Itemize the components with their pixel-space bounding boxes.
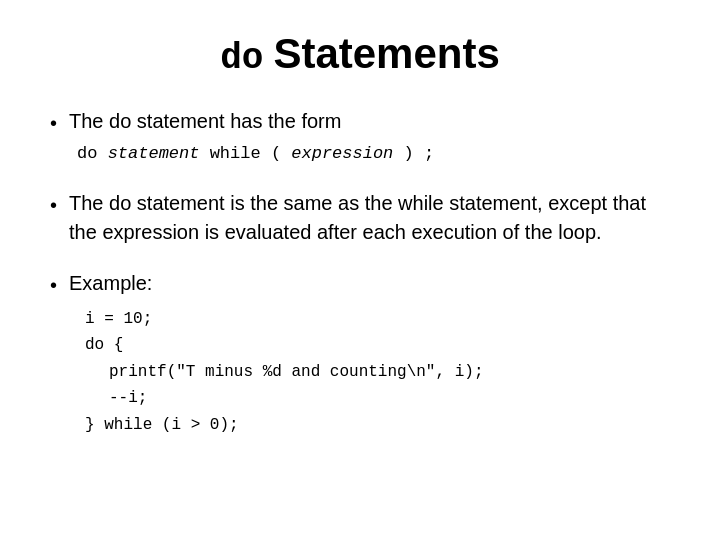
code-line-2: do { <box>85 332 670 358</box>
code-paren-close: ) ; <box>404 144 435 163</box>
bullet-content-2: The do statement is the same as the whil… <box>69 189 670 247</box>
code-statement: statement <box>108 144 200 163</box>
slide: do Statements • The do statement has the… <box>0 0 720 540</box>
title-keyword: do <box>220 38 263 79</box>
slide-title: do Statements <box>50 30 670 79</box>
code-example: i = 10; do { printf("T minus %d and coun… <box>69 306 670 438</box>
code-line-5: } while (i > 0); <box>85 412 670 438</box>
bullet-content-1: The do statement has the form do stateme… <box>69 107 670 167</box>
code-line-4: --i; <box>85 385 670 411</box>
code-expression: expression <box>291 144 393 163</box>
title-main: Statements <box>273 30 499 78</box>
bullet-text-1: The do statement has the form <box>69 110 341 132</box>
bullet-dot-1: • <box>50 109 57 137</box>
code-syntax: do statement while ( expression ) ; <box>69 144 670 163</box>
bullet-dot-3: • <box>50 271 57 299</box>
code-line-1: i = 10; <box>85 306 670 332</box>
bullet-content-3: Example: i = 10; do { printf("T minus %d… <box>69 269 670 438</box>
code-line-3: printf("T minus %d and counting\n", i); <box>85 359 670 385</box>
bullet-item-2: • The do statement is the same as the wh… <box>50 189 670 247</box>
bullet-dot-2: • <box>50 191 57 219</box>
slide-content: • The do statement has the form do state… <box>50 107 670 510</box>
bullet-text-2: The do statement is the same as the whil… <box>69 192 646 243</box>
bullet-item-1: • The do statement has the form do state… <box>50 107 670 167</box>
code-paren-open: ( <box>271 144 291 163</box>
code-do: do <box>77 144 97 163</box>
bullet-item-3: • Example: i = 10; do { printf("T minus … <box>50 269 670 438</box>
bullet-text-3: Example: <box>69 272 152 294</box>
code-while: while <box>210 144 261 163</box>
